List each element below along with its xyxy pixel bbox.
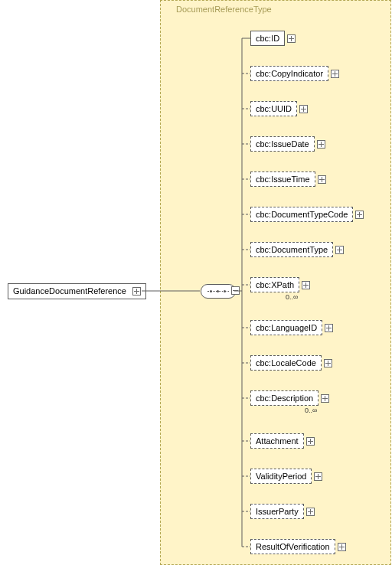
element-id: cbc:ID	[250, 31, 296, 46]
expand-icon[interactable]	[335, 246, 344, 254]
element-languageId: cbc:LanguageID	[250, 320, 333, 335]
expand-icon[interactable]	[287, 34, 296, 43]
expand-icon[interactable]	[132, 287, 141, 296]
element-box: cbc:DocumentType	[250, 242, 333, 257]
element-box: cbc:ID	[250, 31, 285, 46]
element-box: cbc:XPath	[250, 277, 299, 292]
root-element: GuidanceDocumentReference	[8, 283, 146, 299]
expand-icon[interactable]	[331, 70, 339, 78]
element-copyIndicator: cbc:CopyIndicator	[250, 66, 339, 81]
element-box: cbc:Description	[250, 390, 318, 406]
element-docTypeCode: cbc:DocumentTypeCode	[250, 207, 364, 222]
element-box: cbc:IssueDate	[250, 136, 315, 152]
element-box: ResultOfVerification	[250, 539, 335, 554]
cardinality-label: 0..∞	[305, 407, 317, 414]
element-validityPeriod: ValidityPeriod	[250, 469, 322, 484]
element-attachment: Attachment	[250, 433, 315, 449]
expand-icon[interactable]	[338, 543, 346, 551]
expand-icon[interactable]	[231, 286, 240, 295]
element-box: IssuerParty	[250, 504, 304, 519]
element-box: cbc:CopyIndicator	[250, 66, 328, 81]
type-container-label: DocumentReferenceType	[176, 5, 272, 14]
element-localeCode: cbc:LocaleCode	[250, 355, 332, 371]
element-box: cbc:LanguageID	[250, 320, 322, 335]
expand-icon[interactable]	[355, 211, 364, 219]
cardinality-label: 0..∞	[286, 293, 298, 301]
expand-icon[interactable]	[318, 175, 326, 184]
element-issueTime: cbc:IssueTime	[250, 171, 326, 187]
expand-icon[interactable]	[324, 359, 332, 367]
expand-icon[interactable]	[306, 508, 315, 516]
element-issuerParty: IssuerParty	[250, 504, 315, 519]
expand-icon[interactable]	[321, 394, 329, 403]
element-rov: ResultOfVerification	[250, 539, 346, 554]
element-uuid: cbc:UUID	[250, 101, 308, 116]
element-box: cbc:UUID	[250, 101, 297, 116]
expand-icon[interactable]	[317, 140, 325, 149]
element-issueDate: cbc:IssueDate	[250, 136, 325, 152]
expand-icon[interactable]	[302, 281, 310, 289]
element-xpath: cbc:XPath	[250, 277, 310, 292]
expand-icon[interactable]	[306, 437, 315, 446]
expand-icon[interactable]	[325, 324, 333, 332]
element-docType: cbc:DocumentType	[250, 242, 344, 257]
sequence-compositor	[201, 284, 236, 299]
element-box: cbc:LocaleCode	[250, 355, 322, 371]
element-box: ValidityPeriod	[250, 469, 312, 484]
root-element-label: GuidanceDocumentReference	[13, 286, 126, 296]
expand-icon[interactable]	[299, 105, 308, 113]
element-box: cbc:IssueTime	[250, 171, 315, 187]
expand-icon[interactable]	[314, 472, 322, 481]
element-box: Attachment	[250, 433, 304, 449]
element-description: cbc:Description	[250, 390, 329, 406]
element-box: cbc:DocumentTypeCode	[250, 207, 353, 222]
